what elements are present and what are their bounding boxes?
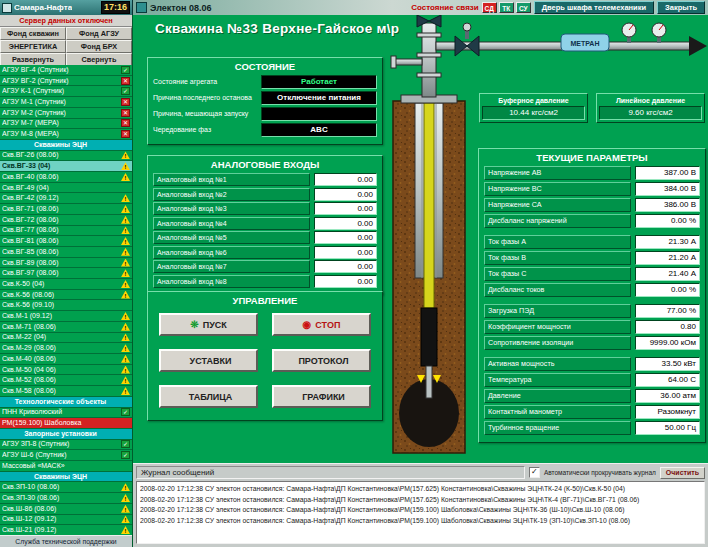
window-icon [136, 2, 147, 13]
well-list: АГЗУ ВГ-4 (Спутник) АГЗУ ВГ-2 (Спутник) … [0, 65, 132, 536]
autoscroll-checkbox[interactable] [529, 467, 540, 478]
well-list-row[interactable]: Технологические объекты [0, 397, 132, 408]
well-list-row[interactable]: АГЗУ ЗП-8 (Спутник) [0, 440, 132, 451]
well-list-row[interactable]: Скв.К-56 (08.06) [0, 290, 132, 301]
sidebar-button[interactable]: ЭНЕРГЕТИКА [0, 40, 66, 53]
well-list-row[interactable]: Скв.ЗП-10 (08.06) [0, 482, 132, 493]
param-value: 386.00 В [635, 198, 700, 212]
well-list-row[interactable]: Скв.ВГ-42 (09.12) [0, 193, 132, 204]
well-list-row[interactable]: Скв.М-22 (04) [0, 333, 132, 344]
status-icon [121, 344, 130, 352]
state-row: Причина, мешающая запуску [153, 107, 377, 121]
well-list-row[interactable]: АГЗУ Ш-6 (Спутник) [0, 450, 132, 461]
well-list-row[interactable]: Скв.Ш-86 (08.06) [0, 504, 132, 515]
link-indicators: СД ТК СУ [482, 2, 531, 13]
link-indicator: СД [482, 2, 497, 13]
pressure-gauge-icon [622, 23, 636, 43]
well-list-row[interactable]: АГЗУ ВГ-4 (Спутник) [0, 65, 132, 76]
well-list-row[interactable]: Скв.ВГ-97 (08.06) [0, 268, 132, 279]
well-list-row[interactable]: Скв.Ш-12 (09.12) [0, 515, 132, 526]
log-entry: 2008-02-20 17:12:38 СУ электон остановил… [140, 484, 701, 495]
well-list-row[interactable]: Скв.М-1 (09.12) [0, 311, 132, 322]
well-list-row[interactable]: Скв.ВГ-77 (08.06) [0, 226, 132, 237]
sidebar-button[interactable]: Фонд АГЗУ [66, 27, 132, 40]
well-list-row[interactable]: ПНН Криволюский [0, 408, 132, 419]
well-list-row[interactable]: АГЗУ К-1 (Спутник) [0, 86, 132, 97]
analog-value: 0.00 [314, 275, 377, 288]
sidebar-button[interactable]: Фонд скважин [0, 27, 66, 40]
autoscroll-label: Автоматически прокручивать журнал [544, 469, 656, 476]
cabinet-door-button[interactable]: Дверь шкафа телемеханики [534, 1, 654, 14]
well-list-row[interactable]: Скв.М-52 (08.06) [0, 375, 132, 386]
param-label: Температура [484, 373, 631, 387]
well-list-label: Скважины ЭЦН [2, 141, 119, 149]
title-bar: Самара-Нафта 17:16 Электон 08.06 Состоян… [0, 0, 708, 15]
well-list-label: АГЗУ ЗП-8 (Спутник) [2, 440, 119, 448]
well-list-row[interactable]: Скв.ВГ-40 (08.06) [0, 172, 132, 183]
well-list-row[interactable]: АГЗУ М-2 (Спутник) [0, 108, 132, 119]
well-list-row[interactable]: Запорные установки [0, 429, 132, 440]
param-value: 384.00 В [635, 182, 700, 196]
well-list-row[interactable]: Скв.ВГ-89 (08.06) [0, 258, 132, 269]
well-list-row[interactable]: Массовый «МАСК» [0, 461, 132, 472]
well-tree-sidebar: Сервер данных отключен Фонд скважин Фонд… [0, 15, 133, 547]
well-list-label: Скв.ВГ-89 (08.06) [2, 259, 119, 267]
status-icon [121, 66, 130, 74]
param-value: 50.00 Гц [635, 421, 700, 435]
status-icon [121, 312, 130, 320]
control-button[interactable]: ГРАФИКИ [272, 385, 371, 408]
analog-panel-title: АНАЛОГОВЫЕ ВХОДЫ [153, 158, 377, 171]
well-list-row[interactable]: Скв.К-56 (09.10) [0, 300, 132, 311]
well-list-label: Скв.ЗП-10 (08.06) [2, 483, 119, 491]
well-list-row[interactable]: АГЗУ М-1 (Спутник) [0, 97, 132, 108]
param-label: Коэффициент мощности [484, 320, 631, 334]
well-list-label: АГЗУ М-8 (МЕРА) [2, 130, 119, 138]
sidebar-button[interactable]: Фонд БРХ [66, 40, 132, 53]
well-list-row[interactable]: Скважины ЭЦН [0, 140, 132, 151]
clear-log-button[interactable]: Очистить [660, 467, 705, 479]
status-icon [121, 269, 130, 277]
well-list-row[interactable]: Скв.ЗП-30 (08.06) [0, 493, 132, 504]
well-list-row[interactable]: Скв.ВГ-26 (08.06) [0, 151, 132, 162]
well-list-row[interactable]: АГЗУ М-7 (МЕРА) [0, 119, 132, 130]
well-list-label: Скв.ВГ-42 (09.12) [2, 194, 119, 202]
control-button[interactable]: УСТАВКИ [159, 349, 258, 372]
well-list-row[interactable]: РМ(159.100) Шаболовка [0, 418, 132, 429]
status-icon [121, 430, 130, 438]
state-row: Состояние агрегата Работает [153, 75, 377, 89]
well-list-row[interactable]: Скв.М-58 (08.06) [0, 386, 132, 397]
param-row: Температура 64.00 C [484, 373, 700, 387]
well-list-row[interactable]: Скв.М-29 (08.06) [0, 343, 132, 354]
control-button[interactable]: ПРОТОКОЛ [272, 349, 371, 372]
pressure-panels: Буферное давление 10.44 кгс/см2 Линейное… [479, 93, 705, 123]
window-title-bar: Электон 08.06 Состояние связи СД ТК СУ Д… [133, 0, 708, 15]
control-button[interactable]: ПУСК [159, 313, 258, 336]
well-list-label: Скв.ЗП-30 (08.06) [2, 494, 119, 502]
well-list-row[interactable]: Скв.ВГ-49 (04) [0, 183, 132, 194]
well-list-row[interactable]: АГЗУ М-8 (МЕРА) [0, 129, 132, 140]
analog-label: Аналоговый вход №4 [153, 217, 310, 230]
well-list-row[interactable]: Скв.ВГ-33 (04) [0, 161, 132, 172]
well-list-label: Скв.К-56 (08.06) [2, 291, 119, 299]
close-button[interactable]: Закрыть [657, 1, 705, 14]
well-list-row[interactable]: Скв.К-50 (04) [0, 279, 132, 290]
control-button[interactable]: СТОП [272, 313, 371, 336]
well-list-row[interactable]: АГЗУ ВГ-2 (Спутник) [0, 76, 132, 87]
well-list-label: АГЗУ Ш-6 (Спутник) [2, 451, 119, 459]
status-icon [121, 141, 130, 149]
well-list-row[interactable]: Скв.ВГ-71 (08.06) [0, 204, 132, 215]
well-list-row[interactable]: Скв.М-71 (08.06) [0, 322, 132, 333]
well-list-row[interactable]: Скв.ВГ-85 (08.06) [0, 247, 132, 258]
well-list-row[interactable]: Скважины ЭЦН [0, 472, 132, 483]
well-list-row[interactable]: Скв.М-40 (08.06) [0, 354, 132, 365]
control-button[interactable]: ТАБЛИЦА [159, 385, 258, 408]
well-screen: МЕТРАН Скважина №33 Верхне-Гайское м\р С… [133, 15, 708, 463]
well-list-row[interactable]: Скв.М-50 (04 06) [0, 365, 132, 376]
well-list-label: Скв.К-50 (04) [2, 280, 119, 288]
status-icon [121, 440, 130, 448]
well-list-row[interactable]: Скв.ВГ-72 (08.06) [0, 215, 132, 226]
tech-support-button[interactable]: Служба технической поддержки [0, 535, 132, 547]
status-icon [121, 87, 130, 95]
well-list-row[interactable]: Скв.ВГ-81 (08.06) [0, 236, 132, 247]
log-body[interactable]: 2008-02-20 17:12:38 СУ электон остановил… [136, 481, 705, 544]
